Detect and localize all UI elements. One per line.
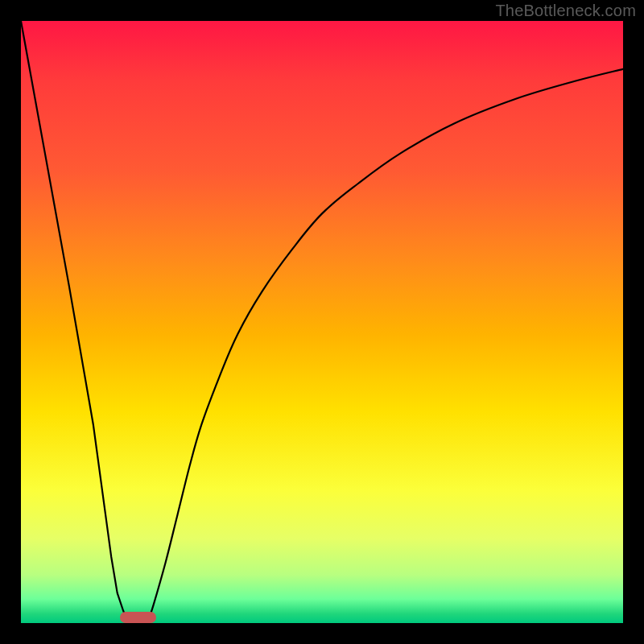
optimal-marker — [120, 612, 156, 623]
curve-path — [21, 21, 623, 623]
watermark-text: TheBottleneck.com — [495, 2, 636, 20]
chart-frame: TheBottleneck.com — [0, 0, 644, 644]
curve-layer — [21, 21, 623, 623]
plot-area — [21, 21, 623, 623]
